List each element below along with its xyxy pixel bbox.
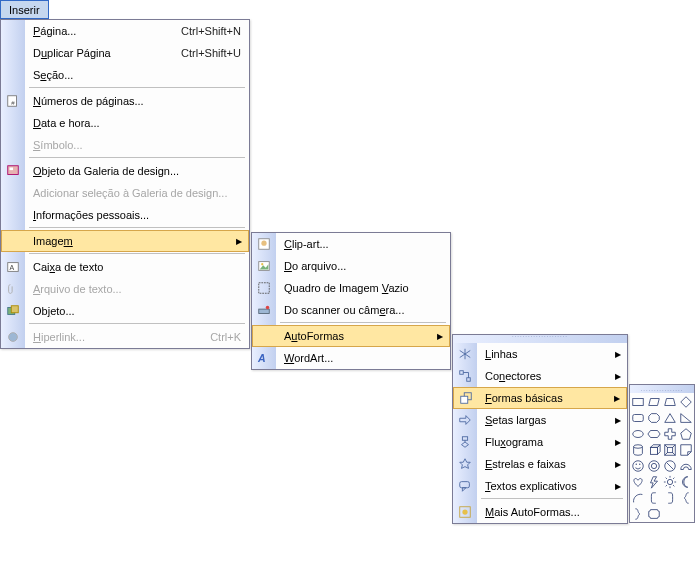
submenu-arrow-icon: ▶ bbox=[614, 394, 626, 403]
menu-item-label: Data e hora... bbox=[25, 117, 249, 129]
svg-line-68 bbox=[673, 485, 674, 486]
svg-marker-53 bbox=[681, 445, 692, 456]
shape-right-triangle[interactable] bbox=[678, 410, 694, 426]
shape-lightning[interactable] bbox=[646, 474, 662, 490]
menu-tab-inserir[interactable]: Inserir bbox=[0, 0, 49, 19]
shape-hexagon[interactable] bbox=[646, 426, 662, 442]
shape-octagon[interactable] bbox=[646, 410, 662, 426]
svg-point-8 bbox=[9, 333, 18, 342]
object-icon bbox=[1, 300, 25, 322]
wordart-icon: A bbox=[252, 347, 276, 369]
svg-rect-15 bbox=[259, 309, 270, 313]
svg-rect-44 bbox=[651, 447, 658, 454]
shape-moon[interactable] bbox=[678, 474, 694, 490]
submenu-arrow-icon: ▶ bbox=[615, 438, 627, 447]
menu-item-secao[interactable]: Seção... bbox=[1, 64, 249, 86]
submenu-imagem: Clip-art... Do arquivo... Quadro de Imag… bbox=[251, 232, 451, 370]
shape-triangle[interactable] bbox=[662, 410, 678, 426]
shape-trapezoid[interactable] bbox=[662, 394, 678, 410]
menu-item-duplicar-pagina[interactable]: Duplicar Página Ctrl+Shift+U bbox=[1, 42, 249, 64]
menu-item-clip-art[interactable]: Clip-art... bbox=[252, 233, 450, 255]
shape-sun[interactable] bbox=[662, 474, 678, 490]
shape-rectangle[interactable] bbox=[630, 394, 646, 410]
shape-right-brace[interactable] bbox=[630, 506, 646, 522]
menu-item-label: Mais AutoFormas... bbox=[477, 506, 627, 518]
menu-item-mais-autoformas[interactable]: Mais AutoFormas... bbox=[453, 501, 627, 523]
menu-item-label: Adicionar seleção à Galeria de design... bbox=[25, 187, 249, 199]
shape-donut[interactable] bbox=[646, 458, 662, 474]
menu-item-imagem[interactable]: Imagem ▶ bbox=[1, 230, 249, 252]
menu-item-linhas[interactable]: Linhas ▶ bbox=[453, 343, 627, 365]
block-arrows-icon bbox=[453, 409, 477, 431]
menu-item-label: Símbolo... bbox=[25, 139, 249, 151]
svg-marker-41 bbox=[665, 429, 676, 440]
lines-icon bbox=[453, 343, 477, 365]
svg-marker-34 bbox=[681, 397, 692, 408]
svg-point-39 bbox=[633, 431, 644, 438]
shape-pentagon[interactable] bbox=[678, 426, 694, 442]
menu-item-label: Números de páginas... bbox=[25, 95, 249, 107]
shape-heart[interactable] bbox=[630, 474, 646, 490]
page-number-icon: # bbox=[1, 90, 25, 112]
gallery-icon bbox=[1, 160, 25, 182]
svg-marker-22 bbox=[460, 416, 471, 425]
shape-arc[interactable] bbox=[630, 490, 646, 506]
menu-item-do-scanner[interactable]: Do scanner ou câmera... bbox=[252, 299, 450, 321]
menu-item-estrelas-faixas[interactable]: Estrelas e faixas ▶ bbox=[453, 453, 627, 475]
menu-item-formas-basicas[interactable]: Formas básicas ▶ bbox=[453, 387, 627, 409]
shape-smiley[interactable] bbox=[630, 458, 646, 474]
svg-point-58 bbox=[651, 463, 656, 468]
menu-item-label: Do scanner ou câmera... bbox=[276, 304, 450, 316]
svg-point-56 bbox=[639, 464, 640, 465]
svg-marker-42 bbox=[681, 429, 692, 440]
menu-item-setas-largas[interactable]: Setas largas ▶ bbox=[453, 409, 627, 431]
menu-item-autoformas[interactable]: AutoFormas ▶ bbox=[252, 325, 450, 347]
menu-item-fluxograma[interactable]: Fluxograma ▶ bbox=[453, 431, 627, 453]
shape-oval[interactable] bbox=[630, 426, 646, 442]
svg-marker-28 bbox=[462, 488, 466, 492]
callouts-icon bbox=[453, 475, 477, 497]
menu-item-conectores[interactable]: Conectores ▶ bbox=[453, 365, 627, 387]
menu-item-objeto[interactable]: Objeto... bbox=[1, 300, 249, 322]
menu-item-arquivo-texto: Arquivo de texto... bbox=[1, 278, 249, 300]
menu-item-data-hora[interactable]: Data e hora... bbox=[1, 112, 249, 134]
svg-line-70 bbox=[673, 478, 674, 479]
menu-item-label: Página... bbox=[25, 25, 181, 37]
menu-item-quadro-vazio[interactable]: Quadro de Imagem Vazio bbox=[252, 277, 450, 299]
flowchart-icon bbox=[453, 431, 477, 453]
shape-no-symbol[interactable] bbox=[662, 458, 678, 474]
shape-left-brace[interactable] bbox=[678, 490, 694, 506]
shape-folded-corner[interactable] bbox=[678, 442, 694, 458]
menu-item-objeto-galeria[interactable]: Objeto da Galeria de design... bbox=[1, 160, 249, 182]
drag-handle[interactable] bbox=[453, 335, 627, 343]
shape-parallelogram[interactable] bbox=[646, 394, 662, 410]
shape-right-bracket[interactable] bbox=[662, 490, 678, 506]
shape-cross[interactable] bbox=[662, 426, 678, 442]
menu-item-numeros-paginas[interactable]: # Números de páginas... bbox=[1, 90, 249, 112]
shape-cube[interactable] bbox=[646, 442, 662, 458]
menu-item-do-arquivo[interactable]: Do arquivo... bbox=[252, 255, 450, 277]
svg-marker-38 bbox=[681, 414, 692, 423]
menu-item-pagina[interactable]: Página... Ctrl+Shift+N bbox=[1, 20, 249, 42]
menu-item-textos-explicativos[interactable]: Textos explicativos ▶ bbox=[453, 475, 627, 497]
menu-item-shortcut: Ctrl+Shift+U bbox=[181, 47, 249, 59]
shape-cylinder[interactable] bbox=[630, 442, 646, 458]
menu-item-caixa-texto[interactable]: A Caixa de texto bbox=[1, 256, 249, 278]
svg-marker-33 bbox=[665, 399, 676, 406]
shape-bevel[interactable] bbox=[662, 442, 678, 458]
clip-icon bbox=[1, 278, 25, 300]
submenu-arrow-icon: ▶ bbox=[615, 372, 627, 381]
blank-icon bbox=[253, 325, 276, 347]
shape-plaque[interactable] bbox=[646, 506, 662, 522]
shape-block-arc[interactable] bbox=[678, 458, 694, 474]
svg-point-57 bbox=[649, 461, 660, 472]
shape-left-bracket[interactable] bbox=[646, 490, 662, 506]
svg-rect-14 bbox=[259, 283, 270, 294]
svg-text:A: A bbox=[257, 352, 265, 364]
shape-diamond[interactable] bbox=[678, 394, 694, 410]
menu-item-wordart[interactable]: A WordArt... bbox=[252, 347, 450, 369]
svg-marker-26 bbox=[460, 459, 471, 469]
shape-rounded-rectangle[interactable] bbox=[630, 410, 646, 426]
blank-icon bbox=[1, 42, 25, 64]
menu-item-informacoes-pessoais[interactable]: Informações pessoais... bbox=[1, 204, 249, 226]
